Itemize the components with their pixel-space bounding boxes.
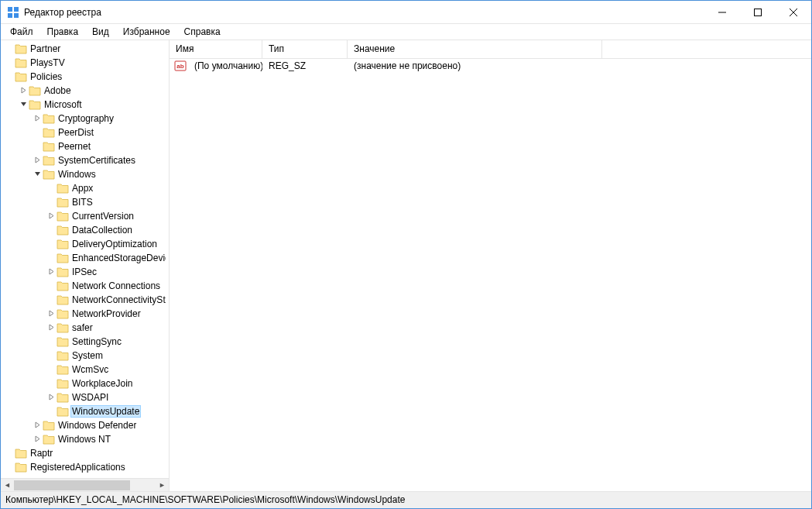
tree-item-label: safer	[72, 322, 93, 333]
tree-item[interactable]: PeerDist	[1, 126, 169, 139]
folder-icon	[57, 406, 69, 417]
tree-item[interactable]: WSDAPI	[1, 390, 169, 404]
tree-item-label: CurrentVersion	[72, 211, 134, 222]
folder-icon	[57, 253, 69, 263]
chevron-right-icon[interactable]	[46, 324, 57, 332]
column-header-name[interactable]: Имя	[170, 40, 262, 58]
chevron-right-icon[interactable]	[32, 421, 43, 430]
tree-item[interactable]: CurrentVersion	[1, 209, 169, 223]
tree-item[interactable]: EnhancedStorageDevices	[1, 251, 169, 265]
chevron-right-icon[interactable]	[18, 87, 29, 95]
minimize-button[interactable]	[704, 1, 740, 24]
tree-item[interactable]: DataCollection	[1, 223, 169, 237]
chevron-down-icon[interactable]	[32, 170, 43, 179]
tree-item-label: Network Connections	[72, 280, 160, 291]
tree-item[interactable]: Microsoft	[1, 98, 169, 112]
tree-item-label: RegisteredApplications	[30, 462, 125, 473]
tree-item[interactable]: Cryptography	[1, 112, 169, 126]
tree-item[interactable]: Windows	[1, 167, 169, 181]
chevron-right-icon[interactable]	[32, 435, 43, 444]
folder-icon	[15, 462, 27, 473]
chevron-right-icon[interactable]	[46, 394, 57, 402]
chevron-right-icon[interactable]	[32, 115, 43, 123]
list-header: Имя Тип Значение	[170, 40, 811, 59]
folder-icon	[43, 420, 55, 431]
scroll-thumb[interactable]	[14, 480, 130, 490]
reg-string-icon: ab	[174, 60, 187, 72]
tree-item[interactable]: WorkplaceJoin	[1, 377, 169, 390]
close-button[interactable]	[776, 1, 811, 24]
tree-item[interactable]: WindowsUpdate	[1, 404, 169, 418]
titlebar: Редактор реестра	[1, 1, 811, 24]
menu-favorites[interactable]: Избранное	[117, 25, 176, 39]
tree-item-label: SettingSync	[72, 336, 122, 347]
svg-rect-1	[14, 7, 19, 12]
tree-item[interactable]: Raptr	[1, 446, 169, 460]
folder-icon	[57, 322, 69, 333]
svg-rect-3	[14, 13, 19, 18]
tree-horizontal-scrollbar[interactable]: ◄ ►	[1, 478, 169, 491]
folder-icon	[15, 448, 27, 459]
chevron-down-icon[interactable]	[18, 101, 29, 109]
cell-name: (По умолчанию)	[188, 60, 262, 71]
list-pane: Имя Тип Значение ab(По умолчанию)REG_SZ(…	[170, 40, 811, 491]
menu-help[interactable]: Справка	[178, 25, 227, 39]
tree-item[interactable]: Windows NT	[1, 432, 169, 446]
tree-item[interactable]: SettingSync	[1, 335, 169, 349]
folder-icon	[57, 280, 69, 291]
svg-text:ab: ab	[176, 63, 183, 70]
column-header-type[interactable]: Тип	[262, 40, 348, 58]
menu-edit[interactable]: Правка	[41, 25, 85, 39]
tree-item[interactable]: RegisteredApplications	[1, 460, 169, 474]
tree-item[interactable]: BITS	[1, 195, 169, 209]
tree-item[interactable]: Network Connections	[1, 279, 169, 293]
tree-item[interactable]: safer	[1, 321, 169, 335]
maximize-button[interactable]	[740, 1, 776, 24]
tree-item[interactable]: Appx	[1, 181, 169, 195]
cell-value: (значение не присвоено)	[348, 60, 811, 71]
tree-item[interactable]: Partner	[1, 42, 169, 56]
tree-item[interactable]: NetworkConnectivityStatusIndicator	[1, 293, 169, 307]
tree-item[interactable]: Policies	[1, 70, 169, 84]
tree-item[interactable]: Adobe	[1, 84, 169, 98]
tree-item[interactable]: Windows Defender	[1, 418, 169, 432]
tree-item[interactable]: System	[1, 349, 169, 363]
tree-scroll[interactable]: PartnerPlaysTVPoliciesAdobeMicrosoftCryp…	[1, 40, 169, 478]
statusbar: Компьютер\HKEY_LOCAL_MACHINE\SOFTWARE\Po…	[1, 491, 811, 508]
column-header-spacer[interactable]	[602, 40, 811, 58]
menu-view[interactable]: Вид	[86, 25, 115, 39]
folder-icon	[57, 211, 69, 222]
folder-icon	[43, 113, 55, 124]
tree-item[interactable]: WcmSvc	[1, 363, 169, 377]
column-header-value[interactable]: Значение	[348, 40, 602, 58]
menu-file[interactable]: Файл	[4, 25, 39, 39]
tree-item[interactable]: PlaysTV	[1, 56, 169, 70]
folder-icon	[15, 57, 27, 68]
tree-item[interactable]: SystemCertificates	[1, 153, 169, 167]
tree-pane: PartnerPlaysTVPoliciesAdobeMicrosoftCryp…	[1, 40, 170, 491]
tree-item[interactable]: DeliveryOptimization	[1, 237, 169, 251]
tree-item-label: Windows Defender	[58, 420, 136, 431]
chevron-right-icon[interactable]	[46, 268, 57, 277]
scroll-left-button[interactable]: ◄	[1, 479, 14, 492]
chevron-right-icon[interactable]	[46, 212, 57, 221]
tree-item[interactable]: Peernet	[1, 139, 169, 153]
app-window: Редактор реестра Файл Правка Вид Избранн…	[0, 0, 812, 509]
body: PartnerPlaysTVPoliciesAdobeMicrosoftCryp…	[1, 40, 811, 491]
menubar: Файл Правка Вид Избранное Справка	[1, 24, 811, 40]
tree-item-label: IPSec	[72, 267, 97, 277]
folder-icon	[15, 43, 27, 54]
list-body[interactable]: ab(По умолчанию)REG_SZ(значение не присв…	[170, 59, 811, 491]
chevron-right-icon[interactable]	[32, 156, 43, 165]
tree-item[interactable]: IPSec	[1, 265, 169, 279]
chevron-right-icon[interactable]	[46, 310, 57, 318]
tree: PartnerPlaysTVPoliciesAdobeMicrosoftCryp…	[1, 40, 169, 474]
folder-icon	[43, 155, 55, 166]
tree-item[interactable]: NetworkProvider	[1, 307, 169, 321]
scroll-track[interactable]	[14, 479, 156, 492]
list-row[interactable]: ab(По умолчанию)REG_SZ(значение не присв…	[170, 59, 811, 73]
tree-item-label: Policies	[30, 71, 62, 82]
scroll-right-button[interactable]: ►	[156, 479, 169, 492]
folder-icon	[57, 308, 69, 319]
tree-item-label: Partner	[30, 43, 60, 54]
